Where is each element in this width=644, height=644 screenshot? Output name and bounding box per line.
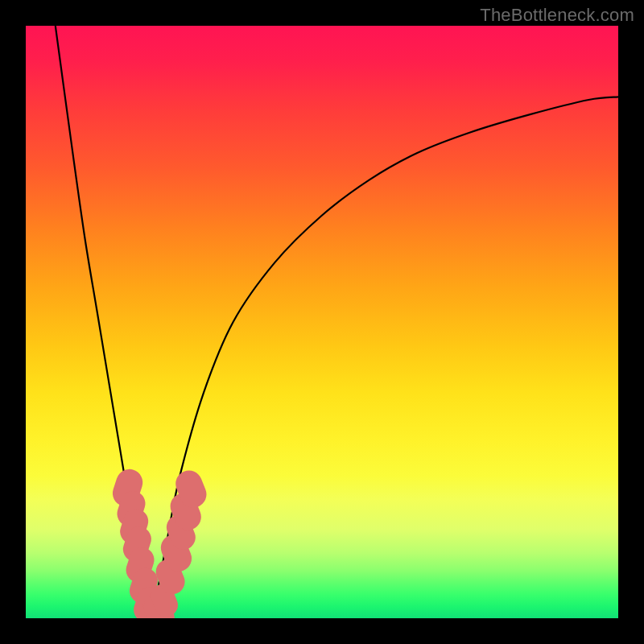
curve-layer bbox=[26, 26, 618, 618]
chart-frame: TheBottleneck.com bbox=[0, 0, 644, 644]
plot-area bbox=[26, 26, 618, 618]
highlighted-points-group bbox=[109, 466, 211, 618]
right-branch-curve bbox=[153, 97, 618, 618]
watermark-text: TheBottleneck.com bbox=[480, 5, 634, 26]
